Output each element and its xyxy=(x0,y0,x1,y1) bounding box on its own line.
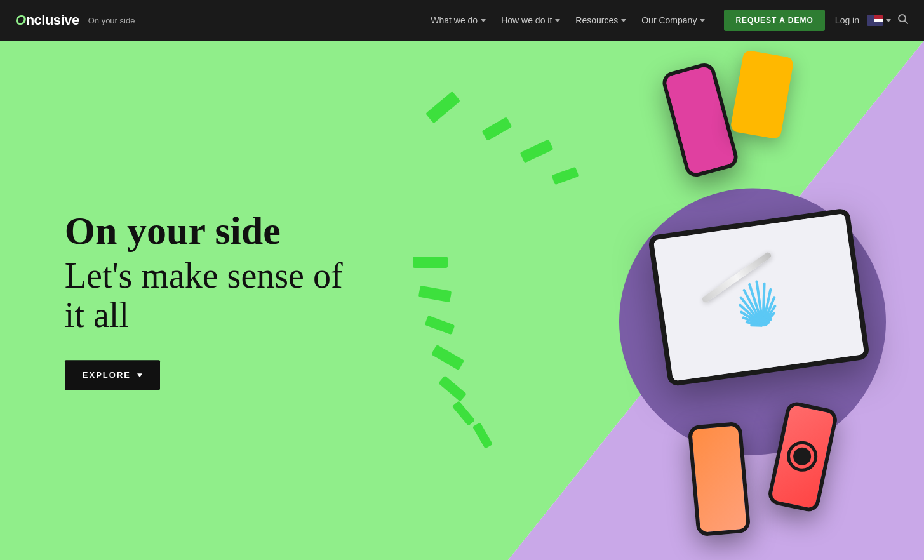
hero-content: On your side Let's make sense of it all … xyxy=(65,210,343,390)
logo-o: O xyxy=(15,12,26,28)
request-demo-button[interactable]: REQUEST A DEMO xyxy=(724,10,824,31)
chevron-down-icon xyxy=(700,19,705,22)
card-yellow xyxy=(730,50,794,140)
search-icon xyxy=(897,13,909,25)
language-chevron-icon xyxy=(886,19,891,22)
tablet-chart-svg xyxy=(698,258,820,337)
nav-item-how-we-do-it[interactable]: How we do it xyxy=(495,11,566,29)
tablet-screen xyxy=(653,213,864,381)
phone-red-icon xyxy=(784,438,821,476)
navbar: Onclusive On your side What we do How we… xyxy=(0,0,924,41)
phone-red xyxy=(767,400,840,513)
search-button[interactable] xyxy=(897,13,909,28)
us-flag-icon xyxy=(867,15,883,26)
nav-item-resources[interactable]: Resources xyxy=(569,11,633,29)
logo-text: Onclusive xyxy=(15,12,79,29)
phone-orange xyxy=(688,422,751,537)
chevron-down-icon xyxy=(555,19,560,22)
phone-red-screen xyxy=(771,404,834,509)
nav-item-our-company[interactable]: Our Company xyxy=(635,11,711,29)
svg-line-1 xyxy=(905,20,908,23)
explore-chevron-icon xyxy=(137,373,142,377)
logo-link[interactable]: Onclusive xyxy=(15,12,79,29)
nav-links: What we do How we do it Resources Our Co… xyxy=(424,10,825,31)
nav-item-cta[interactable]: REQUEST A DEMO xyxy=(714,10,824,31)
tablet-device xyxy=(648,208,870,387)
hero-section: On your side Let's make sense of it all … xyxy=(0,41,924,560)
logo-group: Onclusive On your side xyxy=(15,12,135,29)
hero-title: On your side xyxy=(65,210,343,251)
nav-item-what-we-do[interactable]: What we do xyxy=(424,11,492,29)
explore-button-label: EXPLORE xyxy=(83,371,131,380)
login-link[interactable]: Log in xyxy=(835,15,859,25)
hero-subtitle: Let's make sense of it all xyxy=(65,257,343,335)
chevron-down-icon xyxy=(621,19,626,22)
phone-magenta xyxy=(660,61,740,179)
explore-button[interactable]: EXPLORE xyxy=(65,361,160,390)
chevron-down-icon xyxy=(481,19,486,22)
nav-tagline: On your side xyxy=(88,16,135,25)
phone-magenta-screen xyxy=(665,65,735,175)
language-selector[interactable] xyxy=(867,15,891,26)
